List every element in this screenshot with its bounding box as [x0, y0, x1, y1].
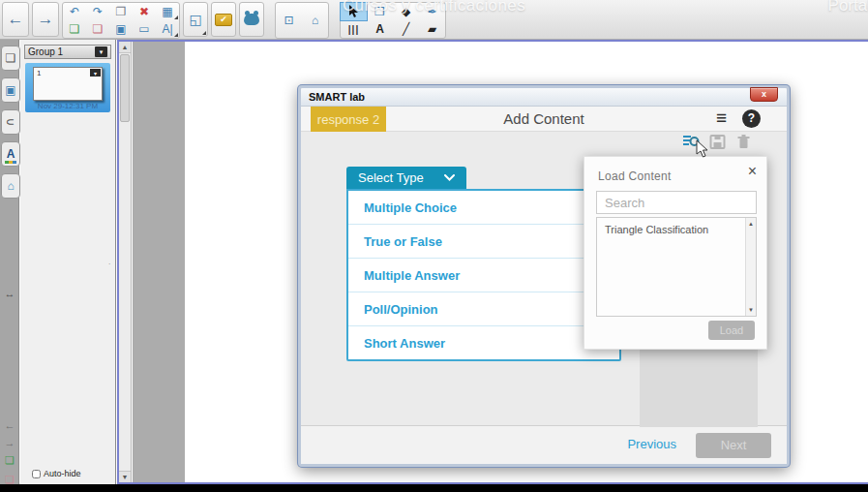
new-page-button[interactable]: ❏ [63, 20, 86, 38]
eraser-icon: ▰ [428, 22, 436, 36]
scrollbar-thumb[interactable] [120, 54, 130, 122]
save-icon: ▣ [115, 22, 126, 36]
list-scrollbar[interactable]: ▲ ▼ [745, 218, 756, 316]
dialog-titlebar[interactable]: SMART lab x [301, 88, 787, 107]
option-true-or-false[interactable]: True or False [348, 225, 619, 259]
popup-title: Load Content [584, 157, 766, 183]
select-type-dropdown[interactable]: Select Type [346, 167, 466, 189]
text-tool-button[interactable]: A [367, 20, 393, 38]
option-poll-opinion[interactable]: Poll/Opinion [348, 292, 619, 326]
load-button[interactable]: Load [708, 321, 755, 340]
dialog-close-button[interactable]: x [750, 87, 778, 102]
redo-button[interactable]: ↷ [86, 3, 109, 20]
gallery-icon: ▣ [5, 83, 15, 97]
undo-button[interactable]: ↶ [63, 3, 86, 20]
page-number: 1 [37, 69, 41, 77]
next-button[interactable]: Next [696, 433, 771, 458]
blocks-icon: ⌂ [312, 14, 318, 27]
page-thumbnail-preview: 1 ▾ [33, 67, 103, 101]
tab-blocks[interactable]: ⌂ [1, 173, 20, 199]
eraser-tool-button[interactable]: ▰ [419, 20, 445, 38]
tab-attachments[interactable]: ∪ [1, 109, 20, 135]
paste-button[interactable]: ❐ [109, 3, 133, 20]
select-type-label: Select Type [358, 170, 424, 185]
page-menu-arrow-icon[interactable]: ▾ [90, 69, 101, 77]
page-back-button[interactable]: ← [0, 419, 19, 431]
new-page-icon: ❏ [70, 22, 80, 36]
paperclip-icon: ∪ [4, 118, 17, 127]
back-icon: ← [8, 10, 24, 29]
text-style-icon: A| [162, 22, 172, 36]
option-multiple-answer[interactable]: Multiple Answer [348, 259, 619, 292]
page-icon: ❏ [6, 51, 16, 65]
measure-tools-button[interactable]: ⊡ [276, 3, 302, 38]
chevron-down-icon: ▾ [95, 46, 107, 57]
sidebar-tab-strip: ❏ ▣ ∪ A ⌂ [1, 46, 20, 199]
list-scroll-down-icon[interactable]: ▼ [746, 307, 756, 313]
page-thumbnail-selected[interactable]: 1 ▾ Nov 29-12:31 PM [25, 63, 110, 112]
save-button[interactable]: ▣ [109, 20, 133, 38]
saved-content-list: Triangle Classification ▲ ▼ [596, 217, 757, 317]
search-input[interactable] [596, 191, 757, 214]
autohide-checkbox[interactable] [32, 470, 41, 478]
forward-button[interactable]: → [32, 2, 59, 37]
group-dropdown[interactable]: Group 1 ▾ [24, 45, 111, 59]
forward-icon: → [38, 10, 54, 29]
main-toolbar: ← → ↶ ↷ ❐ ✖ ▦ ❏ ❏ ▣ ▭ A| ◱ ✔ ⊡ ⌂ ❒ ◆ ✒ [0, 0, 868, 40]
screen-shade-icon: ▭ [138, 22, 149, 36]
dialog-window-title: SMART lab [301, 88, 787, 103]
option-short-answer[interactable]: Short Answer [348, 326, 619, 359]
panel-resize-handle[interactable]: ↔ [0, 288, 19, 299]
delete-icon: ✖ [139, 5, 149, 18]
text-properties-icon: A [7, 147, 15, 161]
tab-page-sorter[interactable]: ❏ [1, 46, 20, 71]
popup-close-icon[interactable]: × [748, 164, 757, 179]
scroll-up-button[interactable]: ▲ [119, 42, 131, 53]
mouse-cursor [696, 139, 710, 159]
delete-button[interactable]: ✖ [133, 3, 156, 20]
response-button[interactable]: ✔ [211, 2, 236, 37]
video-caption-center: Cursos y certificaciones [343, 0, 525, 15]
help-button[interactable]: ? [742, 109, 761, 128]
page-sorter-panel: Group 1 ▾ 1 ▾ Nov 29-12:31 PM Auto-hide [20, 40, 116, 484]
save-content-button[interactable] [709, 135, 726, 149]
pens-tool-button[interactable]: ||| [341, 20, 367, 38]
addon-button-group: ⊡ ⌂ [275, 2, 329, 39]
stray-ink-mark: · [108, 261, 112, 263]
previous-button[interactable]: Previous [627, 437, 676, 451]
tab-text-properties[interactable]: A [1, 141, 20, 167]
screen-shade-button[interactable]: ▭ [133, 20, 156, 38]
dialog-footer: Previous Next [301, 425, 787, 464]
text-style-button[interactable]: A| [156, 20, 179, 38]
option-multiple-choice[interactable]: Multiple Choice [348, 191, 619, 225]
delete-content-button[interactable] [735, 135, 752, 149]
table-icon: ▦ [162, 5, 172, 18]
screen-capture-button[interactable]: ◱ [183, 2, 208, 37]
back-button[interactable]: ← [2, 2, 29, 37]
table-button[interactable]: ▦ [156, 3, 179, 20]
tab-gallery[interactable]: ▣ [1, 77, 20, 103]
page-forward-button[interactable]: → [0, 437, 19, 448]
delete-page-icon: ❏ [93, 22, 104, 36]
app-screen: ← → ↶ ↷ ❐ ✖ ▦ ❏ ❏ ▣ ▭ A| ◱ ✔ ⊡ ⌂ ❒ ◆ ✒ [0, 0, 868, 492]
line-tool-button[interactable]: ╱ [393, 20, 419, 38]
page-surround [133, 42, 185, 482]
scroll-down-button[interactable]: ▼ [119, 471, 131, 482]
delete-page-button[interactable]: ❏ [86, 20, 109, 38]
paste-icon: ❐ [116, 5, 127, 18]
measure-icon: ⊡ [284, 14, 293, 27]
vertical-scrollbar[interactable]: ▲ ▼ [119, 42, 132, 482]
page-caption: Nov 29-12:31 PM [25, 102, 110, 110]
add-page-button[interactable]: ❏ [0, 454, 19, 467]
lab-creature-button[interactable] [239, 2, 264, 37]
list-item[interactable]: Triangle Classification [597, 218, 756, 235]
left-edge-strip: ❏ ▣ ∪ A ⌂ ↔ ← → ❏ ❏ [0, 40, 19, 484]
list-scroll-up-icon[interactable]: ▲ [746, 221, 756, 227]
redo-icon: ↷ [93, 5, 103, 18]
chevron-down-icon [444, 174, 455, 181]
menu-button[interactable]: ≡ [716, 108, 727, 129]
blocks-button[interactable]: ⌂ [302, 3, 328, 38]
text-icon: A [375, 22, 384, 36]
undo-icon: ↶ [70, 5, 79, 18]
response-check-icon: ✔ [215, 14, 232, 26]
